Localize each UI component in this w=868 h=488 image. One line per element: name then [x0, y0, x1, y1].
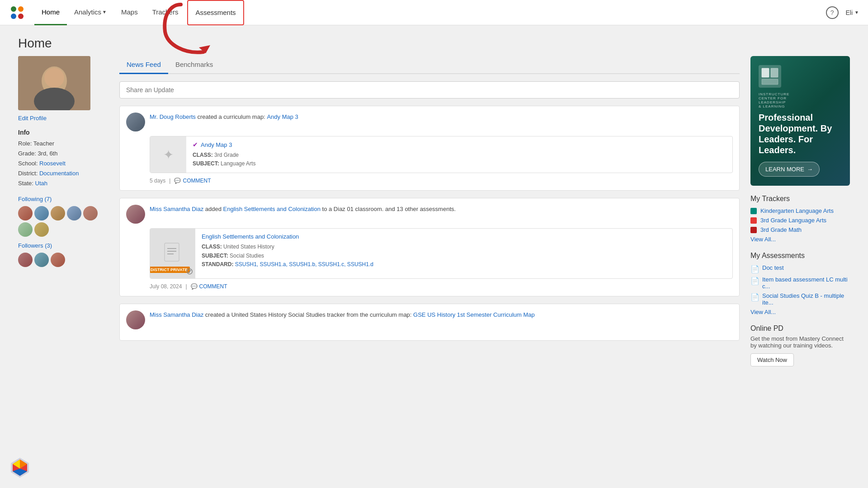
feed-avatar-samantha2[interactable] — [126, 310, 145, 329]
svg-point-0 — [11, 6, 16, 12]
comment-btn-1[interactable]: 💬 COMMENT — [174, 178, 211, 184]
nav-assessments[interactable]: Assessments — [187, 0, 244, 25]
doc-icon-1: 📄 — [750, 265, 760, 273]
feed-tabs: News Feed Benchmarks — [119, 56, 740, 74]
district-row: District: Documentation — [18, 169, 108, 178]
watch-now-button[interactable]: Watch Now — [750, 353, 794, 366]
followers-avatar-3[interactable] — [51, 253, 65, 267]
school-link[interactable]: Roosevelt — [39, 160, 66, 167]
my-trackers-section: My Trackers Kindergarten Language Arts 3… — [750, 195, 850, 243]
avatar-image — [18, 56, 90, 110]
feed-avatar-doug[interactable] — [126, 113, 145, 131]
school-row: School: Roosevelt — [18, 159, 108, 169]
target-gse-link[interactable]: GSE US History 1st Semester Curriculum M… — [413, 311, 535, 318]
feed-item-3: Miss Samantha Diaz created a United Stat… — [119, 304, 740, 341]
nav-maps[interactable]: Maps — [114, 0, 145, 25]
trackers-view-all-link[interactable]: View All... — [750, 236, 850, 243]
card-title-link-2[interactable]: English Settlements and Colonization — [202, 233, 299, 240]
left-sidebar: Edit Profile Info Role: Teacher Grade: 3… — [18, 56, 108, 375]
arrow-icon: → — [807, 166, 813, 173]
following-avatar-3[interactable] — [51, 206, 65, 221]
role-row: Role: Teacher — [18, 139, 108, 149]
right-sidebar: INSTRUCTURECENTER FORLEADERSHIP& LEARNIN… — [750, 56, 850, 375]
analytics-dropdown-icon: ▼ — [102, 9, 107, 14]
grade-row: Grade: 3rd, 6th — [18, 149, 108, 159]
feed-card-thumb-1: ✦ — [150, 136, 186, 173]
followers-link[interactable]: Followers (3) — [18, 242, 108, 249]
main-content: Edit Profile Info Role: Teacher Grade: 3… — [0, 56, 868, 394]
feed-item-3-text: Miss Samantha Diaz created a United Stat… — [150, 310, 535, 319]
online-pd-title: Online PD — [750, 324, 850, 333]
following-avatar-2[interactable] — [34, 206, 49, 221]
profile-info: Info Role: Teacher Grade: 3rd, 6th Schoo… — [18, 129, 108, 188]
assessment-item-2[interactable]: 📄 Item based assessment LC multi c... — [750, 276, 850, 290]
tracker-dot-1 — [750, 208, 757, 214]
online-pd-text: Get the most from Mastery Connect by wat… — [750, 335, 850, 349]
tab-news-feed[interactable]: News Feed — [119, 56, 168, 74]
actor-samantha2-link[interactable]: Miss Samantha Diaz — [150, 311, 203, 318]
feed-card-detail-2: CLASS: United States History SUBJECT: So… — [202, 243, 726, 269]
actor-samantha-link[interactable]: Miss Samantha Diaz — [150, 206, 203, 212]
following-avatar-7[interactable] — [34, 222, 49, 237]
feed-card-info-1: ✔ Andy Map 3 CLASS: 3rd Grade SUBJECT: L… — [186, 136, 732, 173]
following-avatar-4[interactable] — [67, 206, 81, 221]
followers-avatar-1[interactable] — [18, 253, 33, 267]
nav-trackers[interactable]: Trackers — [145, 0, 186, 25]
state-link[interactable]: Utah — [35, 180, 47, 187]
feed-area: News Feed Benchmarks Mr. Doug Roberts cr… — [119, 56, 740, 375]
svg-point-2 — [11, 14, 16, 19]
page-title: Home — [0, 25, 868, 56]
nav-right: ? Eli ▼ — [826, 6, 859, 19]
following-avatar-6[interactable] — [18, 222, 33, 237]
standard-links[interactable]: SSUSH1, SSUSH1.a, SSUSH1.b, SSUSH1.c, SS… — [235, 261, 373, 267]
feed-card-title-2: English Settlements and Colonization — [202, 233, 726, 240]
followers-avatars — [18, 253, 108, 267]
target-andy-map-link[interactable]: Andy Map 3 — [267, 113, 298, 120]
following-avatar-5[interactable] — [83, 206, 98, 221]
nav-links: Home Analytics ▼ Maps Trackers Assessmen… — [34, 0, 246, 25]
info-title: Info — [18, 129, 108, 136]
nav-logo[interactable] — [9, 5, 25, 21]
assessments-view-all-link[interactable]: View All... — [750, 309, 850, 315]
feed-card-1: ✦ ✔ Andy Map 3 CLASS: 3rd Grade SUBJECT:… — [150, 136, 733, 173]
nav-home[interactable]: Home — [34, 0, 67, 25]
nav-analytics[interactable]: Analytics ▼ — [67, 0, 114, 25]
district-badge: DISTRICT PRIVATE — [150, 267, 190, 273]
following-avatar-1[interactable] — [18, 206, 33, 221]
feed-card-2: DISTRICT PRIVATE ⊘ English Settlements a… — [150, 228, 733, 279]
promo-learn-more-button[interactable]: LEARN MORE → — [759, 162, 820, 177]
verified-icon: ✔ — [193, 141, 198, 148]
assessment-item-3[interactable]: 📄 Social Studies Quiz B - multiple ite..… — [750, 292, 850, 306]
svg-point-3 — [18, 14, 24, 19]
tracker-item-2[interactable]: 3rd Grade Language Arts — [750, 217, 850, 224]
following-link[interactable]: Following (7) — [18, 196, 108, 202]
nav-bar: Home Analytics ▼ Maps Trackers Assessmen… — [0, 0, 868, 25]
share-input[interactable] — [119, 81, 740, 99]
feed-card-title-1: ✔ Andy Map 3 — [193, 141, 726, 148]
feed-avatar-samantha[interactable] — [126, 205, 145, 224]
target-english-settlements-link[interactable]: English Settlements and Colonization — [223, 206, 321, 212]
followers-avatar-2[interactable] — [34, 253, 49, 267]
feed-time-1: 5 days — [150, 178, 165, 184]
tracker-item-1[interactable]: Kindergarten Language Arts — [750, 207, 850, 214]
comment-icon-2: 💬 — [191, 283, 198, 290]
feed-item-1: Mr. Doug Roberts created a curriculum ma… — [119, 106, 740, 191]
comment-btn-2[interactable]: 💬 COMMENT — [191, 283, 227, 290]
blocked-icon: ⊘ — [186, 266, 193, 277]
district-link[interactable]: Documentation — [39, 170, 79, 177]
edit-profile-link[interactable]: Edit Profile — [18, 115, 108, 122]
actor-doug-link[interactable]: Mr. Doug Roberts — [150, 113, 196, 120]
svg-rect-11 — [762, 79, 778, 84]
help-button[interactable]: ? — [826, 6, 839, 19]
tracker-item-3[interactable]: 3rd Grade Math — [750, 226, 850, 233]
feed-item-1-text: Mr. Doug Roberts created a curriculum ma… — [150, 113, 298, 122]
my-trackers-title: My Trackers — [750, 195, 850, 203]
assessment-item-1[interactable]: 📄 Doc test — [750, 264, 850, 273]
card-title-link-1[interactable]: Andy Map 3 — [201, 141, 232, 148]
feed-meta-1: 5 days | 💬 COMMENT — [150, 178, 733, 184]
following-avatars — [18, 206, 108, 237]
promo-logo — [759, 65, 781, 88]
compass-icon: ✦ — [163, 147, 174, 162]
tab-benchmarks[interactable]: Benchmarks — [168, 56, 220, 74]
user-menu[interactable]: Eli ▼ — [846, 9, 859, 16]
